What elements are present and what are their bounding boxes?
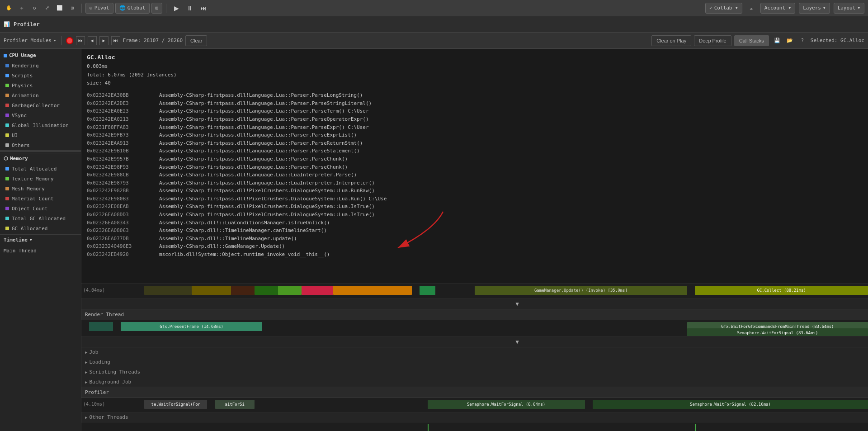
save-icon[interactable]: 💾: [772, 35, 783, 46]
callstack-row[interactable]: 0x023242E9957BAssembly-CSharp-firstpass.…: [87, 155, 863, 163]
cpu-section[interactable]: CPU Usage: [0, 50, 81, 61]
callstack-address: 0x023242EB4920: [87, 251, 150, 259]
callstack-row[interactable]: 0x023242EA0213Assembly-CSharp-firstpass.…: [87, 115, 863, 123]
render-bar-green[interactable]: [89, 322, 113, 331]
profiler-bar-2[interactable]: aitForSi: [215, 400, 255, 409]
sidebar-item-object-count[interactable]: Object Count: [0, 204, 81, 213]
sidebar-item-others[interactable]: Others: [0, 140, 81, 150]
callstack-row[interactable]: 0x023242EA30BBAssembly-CSharp-firstpass.…: [87, 91, 863, 99]
timeline-bar-2[interactable]: [192, 286, 231, 295]
pause-button[interactable]: ⏸: [184, 2, 196, 14]
timeline-bar-5[interactable]: [278, 286, 302, 295]
clear-on-play-button[interactable]: Clear on Play: [651, 35, 691, 46]
prev-frame-start[interactable]: ⏮: [76, 36, 85, 45]
play-button[interactable]: ▶: [170, 2, 183, 14]
rotate-tool[interactable]: ↻: [29, 3, 40, 14]
clear-button[interactable]: Clear: [185, 35, 207, 46]
callstack-row[interactable]: 0x023242E98F93Assembly-CSharp-firstpass.…: [87, 163, 863, 171]
record-button[interactable]: [66, 37, 73, 44]
callstack-row[interactable]: 0x02323240496E3Assembly-CSharp.dll!::Gam…: [87, 242, 863, 251]
sidebar-item-total-gc[interactable]: Total GC Allocated: [0, 213, 81, 223]
step-button[interactable]: ⏭: [197, 2, 210, 14]
sidebar-item-mesh-memory[interactable]: Mesh Memory: [0, 184, 81, 194]
prev-frame[interactable]: ◀: [88, 36, 97, 45]
background-expand-arrow: ▶: [85, 380, 87, 384]
sidebar-item-animation[interactable]: Animation: [0, 90, 81, 100]
render-bar-present[interactable]: Gfx.PresentFrame (14.68ms): [121, 322, 262, 331]
callstack-row[interactable]: 0x023242EAA913Assembly-CSharp-firstpass.…: [87, 139, 863, 147]
callstack-row[interactable]: 0x023242E988CBAssembly-CSharp-firstpass.…: [87, 171, 863, 179]
timeline-bar-3[interactable]: [231, 286, 255, 295]
callstack-row[interactable]: 0x023242E98793Assembly-CSharp-firstpass.…: [87, 179, 863, 187]
callstack-row[interactable]: 0x023242E980B3Assembly-CSharp-firstpass.…: [87, 195, 863, 203]
callstack-address: 0x023242E98F93: [87, 163, 150, 171]
sidebar-item-gc-allocated[interactable]: GC Allocated: [0, 223, 81, 233]
profiler-thread-header[interactable]: Profiler: [81, 387, 868, 398]
next-frame[interactable]: ▶: [99, 36, 108, 45]
sidebar-item-ui[interactable]: UI: [0, 130, 81, 140]
timeline-section[interactable]: Timeline ▾: [0, 234, 81, 245]
timeline-bar-pink[interactable]: [302, 286, 333, 295]
next-frame-end[interactable]: ⏭: [111, 36, 120, 45]
callstack-function: Assembly-CSharp-firstpass.dll!PixelCrush…: [159, 187, 375, 195]
callstack-row[interactable]: 0x023242E982BBAssembly-CSharp-firstpass.…: [87, 187, 863, 195]
callstack-row[interactable]: 0x023242E08EABAssembly-CSharp-firstpass.…: [87, 203, 863, 211]
sidebar-item-physics[interactable]: Physics: [0, 81, 81, 90]
expand-arrow-container[interactable]: ▼: [170, 301, 864, 307]
collab-dropdown[interactable]: ✓ Collab ▾: [705, 3, 742, 14]
background-section[interactable]: ▶ Background Job: [81, 377, 868, 387]
callstack-row[interactable]: 0x02326EA08343Assembly-CSharp.dll!::LuaC…: [87, 219, 863, 227]
callstack-row[interactable]: 0x023242E9B10BAssembly-CSharp-firstpass.…: [87, 147, 863, 155]
scripting-section[interactable]: ▶ Scripting Threads: [81, 367, 868, 377]
help-icon[interactable]: ?: [797, 35, 808, 46]
loading-section[interactable]: ▶ Loading: [81, 357, 868, 367]
callstack-row[interactable]: 0x023242EA2DE3Assembly-CSharp-firstpass.…: [87, 99, 863, 108]
profiler-bar-1[interactable]: te.WaitForSignal(For: [144, 400, 207, 409]
sidebar-item-gc[interactable]: GarbageCollector: [0, 100, 81, 110]
callstack-row[interactable]: 0x02326EA077DBAssembly-CSharp.dll!::Time…: [87, 235, 863, 243]
timeline-bar-al[interactable]: [144, 286, 191, 295]
job-section[interactable]: ▶ Job: [81, 347, 868, 357]
scale-tool[interactable]: ⤢: [42, 3, 52, 14]
layers-dropdown[interactable]: Layers ▾: [799, 3, 830, 14]
sidebar-item-material-count[interactable]: Material Count: [0, 194, 81, 204]
sidebar-item-scripts[interactable]: Scripts: [0, 71, 81, 81]
sidebar-item-total-allocated[interactable]: Total Allocated: [0, 164, 81, 174]
profiler-modules[interactable]: Profiler Modules ▾: [4, 38, 57, 43]
render-bar-semaphore[interactable]: Semaphore.WaitForSignal (83.64ms): [687, 328, 868, 336]
callstack-row[interactable]: 0x023242EB4920mscorlib.dll!System::Objec…: [87, 251, 863, 259]
sidebar-item-vsync[interactable]: VSync: [0, 110, 81, 120]
deep-profile-button[interactable]: Deep Profile: [694, 35, 731, 46]
move-tool[interactable]: ✛: [16, 3, 27, 14]
hand-tool[interactable]: ✋: [4, 3, 14, 14]
render-expand-arrow[interactable]: ▼: [170, 339, 864, 345]
rect-tool[interactable]: ⬜: [54, 3, 65, 14]
multi-tool[interactable]: ⊞: [67, 3, 78, 14]
timeline-bar-orange[interactable]: [333, 286, 412, 295]
callstack-row[interactable]: 0x0231F88FFA83Assembly-CSharp-firstpass.…: [87, 123, 863, 132]
gc-label: GarbageCollector: [12, 103, 60, 109]
sidebar-item-texture-memory[interactable]: Texture Memory: [0, 174, 81, 184]
layout-dropdown[interactable]: Layout ▾: [834, 3, 864, 14]
callstack-row[interactable]: 0x023242E9FB73Assembly-CSharp-firstpass.…: [87, 131, 863, 139]
callstack-row[interactable]: 0x02326FA08DD3Assembly-CSharp-firstpass.…: [87, 211, 863, 219]
account-dropdown[interactable]: Account ▾: [760, 3, 796, 14]
callstack-row[interactable]: 0x023242EA0E23Assembly-CSharp-firstpass.…: [87, 107, 863, 115]
profiler-bar-3[interactable]: Semaphore.WaitForSignal (8.84ms): [428, 400, 585, 409]
grid-button[interactable]: ⊞: [151, 3, 163, 14]
timeline-bar-small[interactable]: [420, 286, 435, 295]
sidebar-item-rendering[interactable]: Rendering: [0, 61, 81, 71]
global-button[interactable]: 🌐 Global: [115, 3, 150, 14]
timeline-bar-gc-collect[interactable]: GC.Collect (88.21ms): [695, 286, 868, 295]
pivot-button[interactable]: ⊙ Pivot: [85, 3, 113, 14]
sidebar-item-gi[interactable]: Global Illumination: [0, 120, 81, 130]
load-icon[interactable]: 📂: [784, 35, 795, 46]
profiler-bar-4[interactable]: Semaphore.WaitForSignal (82.10ms): [593, 400, 868, 409]
cloud-icon[interactable]: ☁: [746, 3, 757, 14]
call-stacks-button[interactable]: Call Stacks: [734, 35, 769, 46]
callstack-row[interactable]: 0x02326EA08063Assembly-CSharp.dll!::Time…: [87, 227, 863, 235]
render-thread-header[interactable]: Render Thread: [81, 309, 868, 320]
other-threads-section[interactable]: ▶ Other Threads: [81, 412, 868, 422]
timeline-bar-gamemanager[interactable]: GameManager.Update() (Invoke) [35.0ms]: [475, 286, 687, 295]
memory-section[interactable]: ⬡ Memory: [0, 153, 81, 164]
